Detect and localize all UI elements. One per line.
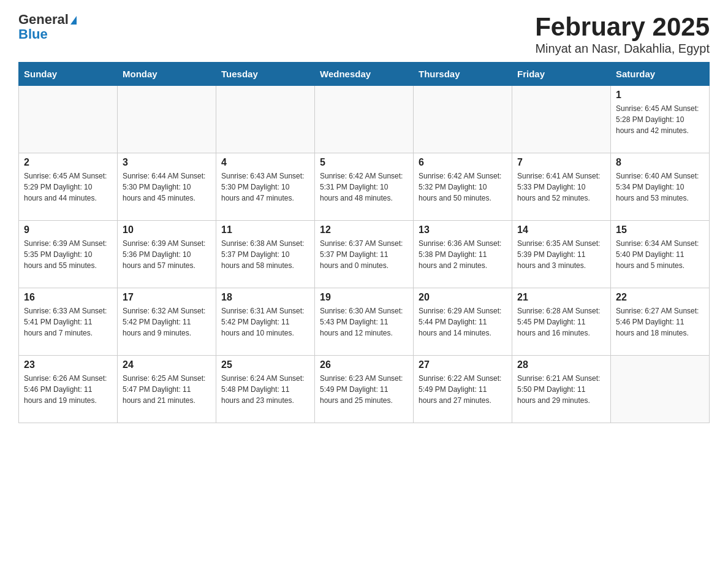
day-info: Sunrise: 6:41 AM Sunset: 5:33 PM Dayligh… bbox=[517, 170, 605, 204]
day-info: Sunrise: 6:31 AM Sunset: 5:42 PM Dayligh… bbox=[221, 305, 309, 339]
day-info: Sunrise: 6:39 AM Sunset: 5:36 PM Dayligh… bbox=[123, 238, 211, 271]
calendar-cell: 28Sunrise: 6:21 AM Sunset: 5:50 PM Dayli… bbox=[512, 356, 611, 423]
calendar-cell bbox=[414, 86, 512, 153]
calendar-cell: 27Sunrise: 6:22 AM Sunset: 5:49 PM Dayli… bbox=[414, 356, 512, 423]
calendar-cell: 8Sunrise: 6:40 AM Sunset: 5:34 PM Daylig… bbox=[611, 153, 710, 221]
day-number: 25 bbox=[221, 359, 309, 370]
page-subtitle: Minyat an Nasr, Dakahlia, Egypt bbox=[535, 42, 710, 56]
day-info: Sunrise: 6:42 AM Sunset: 5:32 PM Dayligh… bbox=[419, 170, 507, 204]
day-number: 15 bbox=[616, 224, 704, 236]
day-info: Sunrise: 6:24 AM Sunset: 5:48 PM Dayligh… bbox=[221, 373, 309, 406]
calendar-cell: 16Sunrise: 6:33 AM Sunset: 5:41 PM Dayli… bbox=[19, 288, 118, 356]
days-of-week-row: SundayMondayTuesdayWednesdayThursdayFrid… bbox=[19, 63, 710, 86]
day-info: Sunrise: 6:26 AM Sunset: 5:46 PM Dayligh… bbox=[24, 373, 112, 406]
calendar-cell: 7Sunrise: 6:41 AM Sunset: 5:33 PM Daylig… bbox=[512, 153, 611, 221]
day-number: 24 bbox=[123, 359, 211, 370]
day-info: Sunrise: 6:25 AM Sunset: 5:47 PM Dayligh… bbox=[123, 373, 211, 406]
calendar-cell: 6Sunrise: 6:42 AM Sunset: 5:32 PM Daylig… bbox=[414, 153, 512, 221]
day-number: 11 bbox=[221, 224, 309, 236]
day-number: 6 bbox=[419, 157, 507, 168]
logo: General Blue bbox=[18, 12, 77, 42]
day-info: Sunrise: 6:43 AM Sunset: 5:30 PM Dayligh… bbox=[221, 170, 309, 204]
day-number: 28 bbox=[517, 359, 605, 370]
calendar-table: SundayMondayTuesdayWednesdayThursdayFrid… bbox=[18, 62, 710, 423]
day-number: 22 bbox=[616, 292, 704, 303]
week-row-5: 23Sunrise: 6:26 AM Sunset: 5:46 PM Dayli… bbox=[19, 356, 710, 423]
page-header: General Blue February 2025 Minyat an Nas… bbox=[18, 12, 710, 56]
day-number: 26 bbox=[320, 359, 408, 370]
calendar-cell: 17Sunrise: 6:32 AM Sunset: 5:42 PM Dayli… bbox=[118, 288, 216, 356]
calendar-cell: 26Sunrise: 6:23 AM Sunset: 5:49 PM Dayli… bbox=[315, 356, 414, 423]
calendar-cell bbox=[611, 356, 710, 423]
day-header-thursday: Thursday bbox=[414, 63, 512, 86]
logo-triangle-icon bbox=[70, 16, 77, 25]
day-number: 5 bbox=[320, 157, 408, 168]
calendar-cell: 13Sunrise: 6:36 AM Sunset: 5:38 PM Dayli… bbox=[414, 221, 512, 288]
day-number: 2 bbox=[24, 157, 112, 168]
day-info: Sunrise: 6:45 AM Sunset: 5:29 PM Dayligh… bbox=[24, 170, 112, 204]
calendar-body: 1Sunrise: 6:45 AM Sunset: 5:28 PM Daylig… bbox=[19, 86, 710, 423]
day-number: 10 bbox=[123, 224, 211, 236]
day-info: Sunrise: 6:40 AM Sunset: 5:34 PM Dayligh… bbox=[616, 170, 704, 204]
calendar-cell bbox=[19, 86, 118, 153]
day-number: 14 bbox=[517, 224, 605, 236]
calendar-cell: 3Sunrise: 6:44 AM Sunset: 5:30 PM Daylig… bbox=[118, 153, 216, 221]
day-info: Sunrise: 6:21 AM Sunset: 5:50 PM Dayligh… bbox=[517, 373, 605, 406]
day-info: Sunrise: 6:23 AM Sunset: 5:49 PM Dayligh… bbox=[320, 373, 408, 406]
day-number: 18 bbox=[221, 292, 309, 303]
day-info: Sunrise: 6:29 AM Sunset: 5:44 PM Dayligh… bbox=[419, 305, 507, 339]
day-info: Sunrise: 6:36 AM Sunset: 5:38 PM Dayligh… bbox=[419, 238, 507, 271]
day-info: Sunrise: 6:35 AM Sunset: 5:39 PM Dayligh… bbox=[517, 238, 605, 271]
day-number: 7 bbox=[517, 157, 605, 168]
day-header-tuesday: Tuesday bbox=[216, 63, 315, 86]
calendar-cell bbox=[315, 86, 414, 153]
day-info: Sunrise: 6:32 AM Sunset: 5:42 PM Dayligh… bbox=[123, 305, 211, 339]
calendar-cell: 4Sunrise: 6:43 AM Sunset: 5:30 PM Daylig… bbox=[216, 153, 315, 221]
week-row-2: 2Sunrise: 6:45 AM Sunset: 5:29 PM Daylig… bbox=[19, 153, 710, 221]
day-number: 19 bbox=[320, 292, 408, 303]
day-number: 1 bbox=[616, 90, 704, 101]
calendar-cell: 18Sunrise: 6:31 AM Sunset: 5:42 PM Dayli… bbox=[216, 288, 315, 356]
day-number: 12 bbox=[320, 224, 408, 236]
day-number: 17 bbox=[123, 292, 211, 303]
week-row-1: 1Sunrise: 6:45 AM Sunset: 5:28 PM Daylig… bbox=[19, 86, 710, 153]
title-block: February 2025 Minyat an Nasr, Dakahlia, … bbox=[535, 12, 710, 56]
day-info: Sunrise: 6:37 AM Sunset: 5:37 PM Dayligh… bbox=[320, 238, 408, 271]
day-number: 23 bbox=[24, 359, 112, 370]
day-number: 4 bbox=[221, 157, 309, 168]
day-info: Sunrise: 6:28 AM Sunset: 5:45 PM Dayligh… bbox=[517, 305, 605, 339]
day-number: 27 bbox=[419, 359, 507, 370]
day-info: Sunrise: 6:39 AM Sunset: 5:35 PM Dayligh… bbox=[24, 238, 112, 271]
calendar-cell: 2Sunrise: 6:45 AM Sunset: 5:29 PM Daylig… bbox=[19, 153, 118, 221]
calendar-cell: 25Sunrise: 6:24 AM Sunset: 5:48 PM Dayli… bbox=[216, 356, 315, 423]
day-number: 9 bbox=[24, 224, 112, 236]
calendar-cell: 20Sunrise: 6:29 AM Sunset: 5:44 PM Dayli… bbox=[414, 288, 512, 356]
day-number: 20 bbox=[419, 292, 507, 303]
calendar-cell: 11Sunrise: 6:38 AM Sunset: 5:37 PM Dayli… bbox=[216, 221, 315, 288]
calendar-cell bbox=[118, 86, 216, 153]
day-number: 8 bbox=[616, 157, 704, 168]
logo-blue-text: Blue bbox=[18, 27, 77, 42]
calendar-cell bbox=[216, 86, 315, 153]
day-info: Sunrise: 6:34 AM Sunset: 5:40 PM Dayligh… bbox=[616, 238, 704, 271]
day-header-friday: Friday bbox=[512, 63, 611, 86]
day-header-sunday: Sunday bbox=[19, 63, 118, 86]
calendar-cell: 5Sunrise: 6:42 AM Sunset: 5:31 PM Daylig… bbox=[315, 153, 414, 221]
day-number: 16 bbox=[24, 292, 112, 303]
calendar-cell: 19Sunrise: 6:30 AM Sunset: 5:43 PM Dayli… bbox=[315, 288, 414, 356]
calendar-cell: 12Sunrise: 6:37 AM Sunset: 5:37 PM Dayli… bbox=[315, 221, 414, 288]
day-header-monday: Monday bbox=[118, 63, 216, 86]
calendar-cell bbox=[512, 86, 611, 153]
week-row-3: 9Sunrise: 6:39 AM Sunset: 5:35 PM Daylig… bbox=[19, 221, 710, 288]
calendar-cell: 23Sunrise: 6:26 AM Sunset: 5:46 PM Dayli… bbox=[19, 356, 118, 423]
calendar-cell: 14Sunrise: 6:35 AM Sunset: 5:39 PM Dayli… bbox=[512, 221, 611, 288]
week-row-4: 16Sunrise: 6:33 AM Sunset: 5:41 PM Dayli… bbox=[19, 288, 710, 356]
day-info: Sunrise: 6:38 AM Sunset: 5:37 PM Dayligh… bbox=[221, 238, 309, 271]
day-number: 3 bbox=[123, 157, 211, 168]
logo-general-text: General bbox=[18, 12, 69, 27]
calendar-cell: 24Sunrise: 6:25 AM Sunset: 5:47 PM Dayli… bbox=[118, 356, 216, 423]
day-info: Sunrise: 6:22 AM Sunset: 5:49 PM Dayligh… bbox=[419, 373, 507, 406]
calendar-cell: 15Sunrise: 6:34 AM Sunset: 5:40 PM Dayli… bbox=[611, 221, 710, 288]
day-info: Sunrise: 6:30 AM Sunset: 5:43 PM Dayligh… bbox=[320, 305, 408, 339]
day-number: 13 bbox=[419, 224, 507, 236]
